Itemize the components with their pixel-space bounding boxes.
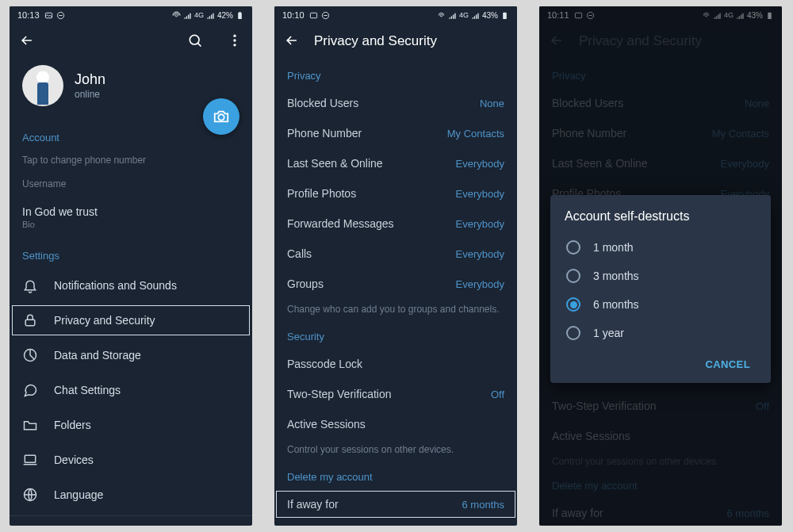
privacy-hint: Change who can add you to groups and cha… bbox=[274, 299, 517, 316]
image-icon bbox=[309, 11, 318, 20]
network-label: 4G bbox=[194, 11, 204, 19]
row-last-seen[interactable]: Last Seen & OnlineEverybody bbox=[274, 148, 517, 178]
lock-icon bbox=[22, 312, 38, 328]
svg-rect-12 bbox=[25, 455, 35, 462]
arrow-left-icon bbox=[284, 33, 300, 48]
svg-point-16 bbox=[440, 14, 442, 17]
settings-item-label: Privacy and Security bbox=[54, 314, 155, 327]
screen-privacy: 10:10 4G 43% Privacy and Security Privac… bbox=[274, 6, 517, 526]
bio-label: Bio bbox=[10, 218, 252, 229]
radio-icon bbox=[566, 269, 580, 283]
statusbar: 10:13 4G 42% bbox=[10, 6, 252, 24]
svg-point-5 bbox=[190, 35, 199, 44]
search-icon bbox=[187, 33, 203, 48]
settings-item-devices[interactable]: Devices bbox=[10, 442, 252, 477]
battery-icon bbox=[500, 11, 509, 20]
svg-point-7 bbox=[233, 39, 236, 41]
settings-item-chat[interactable]: Chat Settings bbox=[10, 373, 252, 408]
clock: 10:13 bbox=[17, 10, 40, 20]
row-active-sessions[interactable]: Active Sessions bbox=[274, 409, 517, 439]
settings-item-folders[interactable]: Folders bbox=[10, 408, 252, 442]
status-left-icons bbox=[44, 11, 65, 20]
hotspot-icon bbox=[172, 11, 181, 20]
row-profile-photos[interactable]: Profile PhotosEverybody bbox=[274, 178, 517, 209]
cancel-button[interactable]: CANCEL bbox=[699, 354, 757, 375]
radio-3-months[interactable]: 3 months bbox=[565, 262, 757, 290]
settings-item-data[interactable]: Data and Storage bbox=[10, 338, 252, 373]
security-hint: Control your sessions on other devices. bbox=[274, 439, 517, 457]
battery-pct: 42% bbox=[217, 11, 233, 20]
page-title: Privacy and Security bbox=[314, 33, 437, 49]
row-groups[interactable]: GroupsEverybody bbox=[274, 269, 517, 299]
battery-pct: 43% bbox=[482, 11, 498, 20]
settings-item-label: Chat Settings bbox=[54, 384, 121, 396]
laptop-icon bbox=[22, 452, 38, 468]
radio-1-month[interactable]: 1 month bbox=[565, 233, 757, 262]
signal-icon bbox=[448, 11, 457, 20]
radio-icon bbox=[566, 326, 580, 340]
profile-name: John bbox=[75, 71, 105, 88]
svg-rect-10 bbox=[25, 320, 35, 326]
profile-status: online bbox=[75, 89, 105, 100]
svg-point-2 bbox=[175, 14, 178, 17]
profile-header: John online bbox=[10, 59, 252, 106]
help-header: Help bbox=[10, 515, 252, 526]
minus-icon bbox=[321, 11, 330, 20]
pie-icon bbox=[22, 347, 38, 363]
more-button[interactable] bbox=[227, 33, 243, 51]
bell-icon bbox=[22, 277, 38, 293]
settings-item-label: Devices bbox=[54, 454, 94, 466]
username-label[interactable]: Username bbox=[10, 167, 252, 191]
appbar bbox=[10, 24, 252, 59]
signal2-icon bbox=[471, 11, 480, 20]
signal-icon bbox=[183, 11, 192, 20]
arrow-left-icon bbox=[19, 33, 35, 48]
screen-privacy-dialog: 10:11 4G 43% Privacy and Security Privac… bbox=[539, 6, 782, 526]
delete-header: Delete my account bbox=[274, 457, 517, 489]
signal2-icon bbox=[206, 11, 215, 20]
hotspot-icon bbox=[437, 11, 446, 20]
row-passcode[interactable]: Passcode Lock bbox=[274, 349, 517, 379]
settings-item-language[interactable]: Language bbox=[10, 477, 252, 512]
network-label: 4G bbox=[459, 11, 469, 19]
settings-item-label: Folders bbox=[54, 419, 91, 431]
radio-6-months[interactable]: 6 months bbox=[565, 290, 757, 319]
row-calls[interactable]: CallsEverybody bbox=[274, 239, 517, 269]
svg-rect-4 bbox=[239, 11, 241, 12]
settings-item-label: Notifications and Sounds bbox=[54, 279, 177, 292]
settings-item-notifications[interactable]: Notifications and Sounds bbox=[10, 268, 252, 303]
row-forwarded[interactable]: Forwarded MessagesEverybody bbox=[274, 209, 517, 239]
bio-text[interactable]: In God we trust bbox=[10, 202, 252, 218]
row-blocked-users[interactable]: Blocked UsersNone bbox=[274, 88, 517, 118]
privacy-header: Privacy bbox=[274, 59, 517, 88]
settings-header: Settings bbox=[10, 229, 252, 268]
back-button[interactable] bbox=[284, 33, 300, 51]
svg-point-8 bbox=[233, 44, 236, 46]
radio-icon bbox=[566, 240, 580, 255]
row-if-away[interactable]: If away for6 months bbox=[274, 489, 517, 519]
search-button[interactable] bbox=[187, 33, 203, 51]
svg-rect-3 bbox=[238, 12, 242, 18]
phone-hint[interactable]: Tap to change phone number bbox=[10, 150, 252, 167]
statusbar: 10:10 4G 43% bbox=[274, 6, 517, 24]
svg-rect-17 bbox=[503, 12, 507, 18]
back-button[interactable] bbox=[19, 33, 35, 51]
row-phone-number[interactable]: Phone NumberMy Contacts bbox=[274, 118, 517, 148]
more-vertical-icon bbox=[227, 33, 243, 48]
dialog-title: Account self-destructs bbox=[565, 209, 757, 224]
globe-icon bbox=[22, 487, 38, 503]
minus-icon bbox=[56, 11, 65, 20]
svg-point-6 bbox=[233, 34, 236, 36]
image-icon bbox=[44, 11, 53, 20]
camera-icon bbox=[213, 108, 230, 125]
svg-rect-14 bbox=[310, 13, 316, 17]
camera-fab[interactable] bbox=[203, 98, 239, 135]
self-destruct-dialog: Account self-destructs 1 month 3 months … bbox=[550, 195, 771, 383]
avatar[interactable] bbox=[22, 65, 63, 106]
chat-icon bbox=[22, 382, 38, 398]
radio-1-year[interactable]: 1 year bbox=[565, 319, 757, 347]
screen-profile: 10:13 4G 42% John online bbox=[10, 6, 252, 526]
row-two-step[interactable]: Two-Step VerificationOff bbox=[274, 379, 517, 409]
settings-item-privacy[interactable]: Privacy and Security bbox=[10, 303, 252, 338]
battery-icon bbox=[236, 11, 244, 20]
